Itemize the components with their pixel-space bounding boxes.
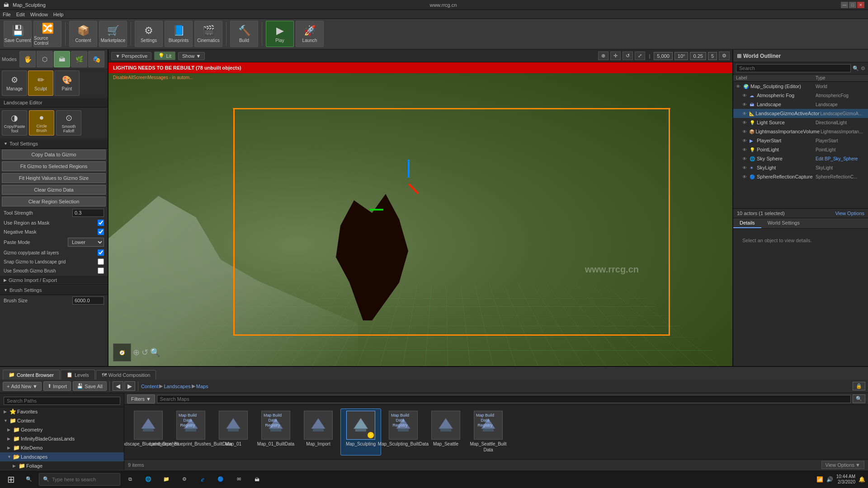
settings-taskbar-btn[interactable]: ⚙ [176, 471, 193, 488]
asset-map-01[interactable]: Map_01 [213, 408, 254, 455]
play-button[interactable]: ▶ Play [266, 21, 294, 47]
mode-foliage-btn[interactable]: 🌿 [71, 51, 87, 67]
outliner-row-playerstart[interactable]: 👁 ▶ PlayerStart PlayerStart [733, 136, 868, 145]
edge-btn[interactable]: 𝒆 [194, 471, 211, 488]
asset-map-import[interactable]: Map_Import [298, 408, 339, 455]
cb-back-btn[interactable]: ◀ [113, 381, 123, 391]
fit-height-gizmo-btn[interactable]: Fit Height Values to Gizmo Size [2, 173, 106, 183]
snap-gizmo-checkbox[interactable] [98, 258, 104, 265]
asset-landscape-bp-builtdata[interactable]: Map BuildDataRegistry Landscape_Blueprin… [170, 408, 211, 455]
outliner-row-landscape[interactable]: 👁 🏔 Landscape Landscape [733, 100, 868, 109]
task-view-btn[interactable]: ⧉ [122, 471, 138, 488]
asset-map-sculpting[interactable]: ⭐ Map_Sculpting [340, 408, 381, 455]
asset-map-seattle-builtdata[interactable]: Map BuildDataRegistry Map_Seattle_Built … [468, 408, 509, 455]
ue4-btn[interactable]: 🏔 [249, 471, 265, 488]
close-button[interactable]: ✕ [857, 2, 864, 8]
settings-icon[interactable]: ⚙ [861, 66, 865, 71]
fit-gizmo-regions-btn[interactable]: Fit Gizmo to Selected Regions [2, 161, 106, 171]
window-controls[interactable]: — □ ✕ [841, 2, 864, 8]
copy-data-gizmo-btn[interactable]: Copy Data to Gizmo [2, 150, 106, 160]
save-all-button[interactable]: 💾 Save All [73, 381, 107, 391]
tree-geometry[interactable]: ▶ 📁 Geometry [0, 425, 124, 434]
breadcrumb-maps[interactable]: Maps [196, 384, 208, 389]
manage-button[interactable]: ⚙ Manage [2, 70, 27, 96]
clear-region-btn[interactable]: Clear Region Selection [2, 197, 106, 206]
viewport-canvas[interactable]: LIGHTING NEEDS TO BE REBUILT (78 unbuilt… [108, 62, 732, 366]
mode-landscape-btn[interactable]: 🏔 [54, 51, 70, 67]
gizmo-import-header[interactable]: ▶ Gizmo Import / Export [0, 275, 108, 285]
search-paths-input[interactable] [4, 397, 120, 405]
outliner-row-skysphere[interactable]: 👁 🌐 Sky Sphere Edit BP_Sky_Sphere [733, 154, 868, 163]
volume-icon[interactable]: 🔊 [826, 476, 834, 483]
tree-landscapes[interactable]: ▼ 📂 Landscapes [0, 452, 124, 461]
smooth-gizmo-checkbox[interactable] [98, 267, 104, 274]
cinematics-button[interactable]: 🎬 Cinematics [194, 21, 222, 47]
mail-btn[interactable]: ✉ [231, 471, 247, 488]
clock[interactable]: 10:44 AM 2/3/2020 [836, 474, 855, 484]
perspective-dropdown[interactable]: ▼ Perspective [111, 52, 151, 60]
blueprints-button[interactable]: 📘 Blueprints [165, 21, 193, 47]
nav-icon-3[interactable]: 🔍 [150, 347, 160, 357]
vp-scale-btn[interactable]: ⤢ [635, 52, 645, 60]
maximize-button[interactable]: □ [849, 2, 856, 8]
outliner-row-gizmo[interactable]: 👁 📐 LandscapeGizmoActiveActor LandscapeG… [733, 109, 868, 118]
explorer-btn[interactable]: 📁 [158, 471, 175, 488]
import-button[interactable]: ⬆ Import [43, 381, 71, 391]
use-region-checkbox[interactable] [98, 220, 104, 226]
outliner-row-pointlight[interactable]: 👁 💡 PointLight PointLight [733, 145, 868, 154]
tab-details[interactable]: Details [733, 218, 761, 228]
save-button[interactable]: 💾 Save Current [4, 21, 32, 47]
tab-levels[interactable]: 📋 Levels [61, 370, 95, 380]
settings-button[interactable]: ⚙ Settings [135, 21, 163, 47]
outliner-row-editor[interactable]: 👁 🌍 Map_Sculpting (Editor) World [733, 82, 868, 91]
search-taskbar-btn[interactable]: 🔍 [21, 471, 37, 488]
menu-file[interactable]: File [3, 12, 11, 17]
nav-icon-2[interactable]: ↺ [142, 347, 148, 357]
asset-map01-builtdata[interactable]: Map BuildDataRegistry Map_01_BuiltData [255, 408, 296, 455]
outliner-row-lightmass[interactable]: 👁 📦 LightmassImportanceVolume LightmassI… [733, 127, 868, 136]
content-button[interactable]: 📦 Content [69, 21, 97, 47]
tab-world-settings[interactable]: World Settings [761, 218, 806, 228]
lit-button[interactable]: 💡 Lit [154, 52, 175, 60]
negative-mask-checkbox[interactable] [98, 229, 104, 235]
sculpt-button[interactable]: ✏ Sculpt [28, 70, 53, 96]
tree-kite-demo[interactable]: ▶ 📁 KiteDemo [0, 443, 124, 452]
paste-mode-dropdown[interactable]: Lower Raise Both [68, 238, 104, 247]
cb-forward-btn[interactable]: ▶ [124, 381, 135, 391]
asset-landscape-bp-brushes[interactable]: Landscape_Blueprint_Brushes [128, 408, 169, 455]
mode-select-btn[interactable]: 🖐 [19, 51, 36, 67]
tab-world-composition[interactable]: 🗺 World Composition [96, 370, 156, 380]
brush-size-input[interactable] [72, 296, 104, 305]
asset-map-sculpting-builtdata[interactable]: Map BuildDataRegistry Map_Sculpting_Buil… [383, 408, 424, 455]
source-control-button[interactable]: 🔀 Source Control [33, 21, 61, 47]
clear-gizmo-btn[interactable]: Clear Gizmo Data [2, 185, 106, 195]
menu-window[interactable]: Window [30, 12, 48, 17]
outliner-row-sphere-capture[interactable]: 👁 🔵 SphereReflectionCapture SphereReflec… [733, 172, 868, 181]
tool-strength-input[interactable] [72, 209, 104, 217]
copy-paste-brush[interactable]: ◑ Copy/PasteTool [2, 110, 27, 136]
marketplace-button[interactable]: 🛒 Marketplace [99, 21, 127, 47]
view-options-button[interactable]: View Options ▼ [821, 461, 865, 469]
outliner-row-light[interactable]: 👁 💡 Light Source DirectionalLight [733, 118, 868, 127]
breadcrumb-landscapes[interactable]: Landscapes [164, 384, 190, 389]
start-button[interactable]: ⊞ [3, 471, 19, 488]
vp-settings-btn[interactable]: ⚙ [719, 52, 730, 60]
minimize-button[interactable]: — [841, 2, 848, 8]
vp-move-btn[interactable]: ✛ [610, 52, 621, 60]
tree-infinity-grass[interactable]: ▶ 📁 InfinityBladeGrassLands [0, 434, 124, 443]
show-button[interactable]: Show ▼ [178, 52, 205, 60]
mode-paint-btn[interactable]: 🎭 [88, 51, 104, 67]
add-new-button[interactable]: + Add New ▼ [3, 382, 42, 391]
mode-mesh-btn[interactable]: ⬡ [37, 51, 53, 67]
launch-button[interactable]: 🚀 Launch [296, 21, 324, 47]
menu-help[interactable]: Help [53, 12, 64, 17]
nav-cube[interactable]: 🧭 [113, 343, 131, 361]
view-options-link[interactable]: View Options [835, 211, 864, 216]
paint-button[interactable]: 🎨 Paint [54, 70, 80, 96]
nav-icon-1[interactable]: ⊕ [133, 347, 140, 357]
maps-search-input[interactable] [157, 395, 851, 403]
build-button[interactable]: 🔨 Build [230, 21, 258, 47]
tree-content[interactable]: ▼ 📁 Content [0, 416, 124, 425]
tree-foliage[interactable]: ▶ 📁 Foliage [0, 461, 124, 470]
menu-edit[interactable]: Edit [16, 12, 25, 17]
